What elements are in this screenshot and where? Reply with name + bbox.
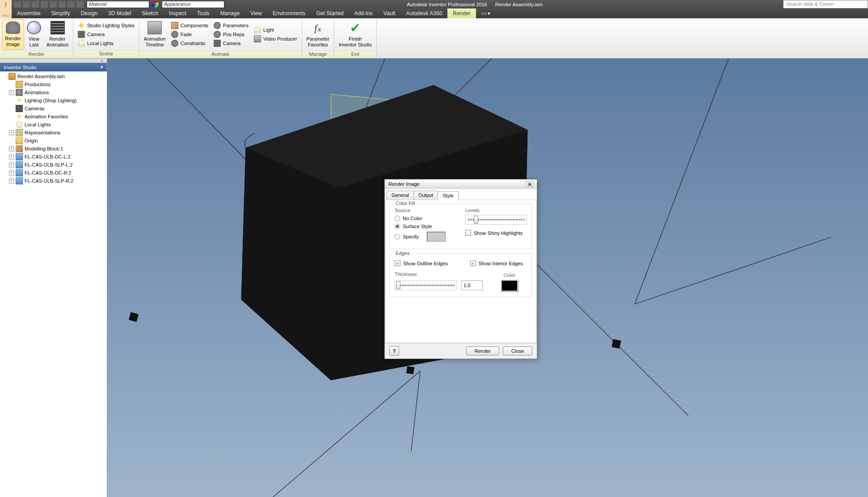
menu-assemble[interactable]: Assemble xyxy=(12,8,46,18)
menu-video-icon[interactable]: ▭ ▾ xyxy=(476,8,496,18)
qat-home-icon[interactable] xyxy=(58,1,66,8)
slider-thumb[interactable] xyxy=(396,281,400,289)
menu-inspect[interactable]: Inspect xyxy=(164,8,192,18)
anim-constraints[interactable]: Constraints xyxy=(171,40,208,47)
anim-light[interactable]: Light xyxy=(254,26,297,33)
tree-item[interactable]: +FL-CAS-ULB-SLP-L:2 xyxy=(0,161,107,169)
tree-item[interactable]: ✦Lighting (Shop Lighting) xyxy=(0,96,107,104)
panel-close-icon[interactable]: × xyxy=(101,58,105,63)
dialog-close-icon[interactable]: ▣ xyxy=(526,181,533,187)
menu-environments[interactable]: Environments xyxy=(267,8,311,18)
interior-edges-checkbox[interactable]: ✓ Show Interior Edges xyxy=(470,260,523,266)
qat-open-icon[interactable] xyxy=(22,1,30,8)
tree-item[interactable]: Local Lights xyxy=(0,121,107,129)
parameter-favorites-button[interactable]: fₓParameterFavorites xyxy=(304,19,332,50)
edge-color-swatch[interactable] xyxy=(501,280,518,292)
tree-item[interactable]: +FL-CAS-ULB-DC-R:2 xyxy=(0,169,107,177)
menu-autodesk-a360[interactable]: Autodesk A360 xyxy=(401,8,448,18)
radio-no-color[interactable]: No Color xyxy=(395,216,456,221)
specify-color-swatch[interactable] xyxy=(427,232,446,242)
tree-expand-icon[interactable]: + xyxy=(9,171,14,175)
shiny-highlights-checkbox[interactable]: Show Shiny Highlights xyxy=(465,230,527,236)
menu-design[interactable]: Design xyxy=(76,8,103,18)
tree-item[interactable]: +FL-CAS-ULB-DC-L:2 xyxy=(0,153,107,161)
menu-sketch[interactable]: Sketch xyxy=(136,8,164,18)
qat-undo-icon[interactable] xyxy=(40,1,48,8)
tree-item[interactable]: +Animations xyxy=(0,88,107,96)
tree-expand-icon[interactable]: + xyxy=(9,155,14,159)
camera[interactable]: Camera xyxy=(78,31,135,38)
finish-inventor-studio-button[interactable]: ✔FinishInventor Studio xyxy=(336,19,375,50)
tab-style[interactable]: Style xyxy=(438,191,458,200)
menu-add-ins[interactable]: Add-Ins xyxy=(349,8,378,18)
tree-expand-icon[interactable]: + xyxy=(9,179,14,184)
anim-components[interactable]: Components xyxy=(171,22,208,29)
button-label: RenderAnimation xyxy=(46,36,68,48)
menu-render[interactable]: Render xyxy=(447,8,476,18)
render-button[interactable]: Render xyxy=(466,347,499,355)
close-button[interactable]: Close xyxy=(503,347,532,355)
qat-icons xyxy=(13,0,84,8)
qat-save-icon[interactable] xyxy=(31,1,39,8)
tab-general[interactable]: General xyxy=(387,191,414,200)
colorfill-fieldset: Color Fill Source No Color Surface Style xyxy=(390,204,532,249)
tree-item[interactable]: +Modelling Block:1 xyxy=(0,145,107,153)
menu-view[interactable]: View xyxy=(245,8,267,18)
tree-item[interactable]: Cameras xyxy=(0,104,107,113)
thickness-slider[interactable] xyxy=(395,280,457,290)
view-last-button[interactable]: ViewLast xyxy=(24,19,44,50)
menu-simplify[interactable]: Simplify xyxy=(46,8,76,18)
search-help-input[interactable]: Search Help & Comm xyxy=(783,0,868,8)
render-animation-button[interactable]: RenderAnimation xyxy=(44,19,71,50)
tree-expand-icon[interactable]: + xyxy=(9,146,14,151)
outline-edges-checkbox[interactable]: ✓ Show Outline Edges xyxy=(395,260,448,266)
anim-camera[interactable]: Camera xyxy=(214,40,249,47)
dialog-footer: ? Render Close xyxy=(385,343,537,359)
tree-item[interactable]: Productions xyxy=(0,80,107,88)
qat-redo-icon[interactable] xyxy=(49,1,57,8)
radio-surface-style[interactable]: Surface Style xyxy=(395,224,456,229)
render-image-button[interactable]: RenderImage xyxy=(2,19,24,50)
anim-parameters[interactable]: Parameters xyxy=(214,22,249,29)
tree-item[interactable]: ★Animation Favorites xyxy=(0,113,107,121)
menu-3d-model[interactable]: 3D Model xyxy=(103,8,136,18)
tab-output[interactable]: Output xyxy=(413,191,438,200)
menu-manage[interactable]: Manage xyxy=(215,8,245,18)
thickness-input[interactable] xyxy=(461,280,483,290)
local-lights[interactable]: Local Lights xyxy=(78,40,135,47)
menu-vault[interactable]: Vault xyxy=(378,8,400,18)
tree-expand-icon[interactable]: + xyxy=(9,130,14,135)
menu-tools[interactable]: Tools xyxy=(192,8,215,18)
tree-item[interactable]: +FL-CAS-ULB-SLP-R:2 xyxy=(0,177,107,185)
tree-item[interactable]: Origin xyxy=(0,137,107,145)
anim-posreps[interactable]: Pos Reps xyxy=(214,31,249,38)
radio-label: No Color xyxy=(403,216,422,221)
animation-timeline-button[interactable]: AnimationTimeline xyxy=(141,19,169,50)
menu-get-started[interactable]: Get Started xyxy=(311,8,349,18)
dialog-titlebar[interactable]: Render Image ▣ xyxy=(385,180,537,189)
radio-specify[interactable]: Specify xyxy=(395,232,456,242)
qat-new-icon[interactable] xyxy=(13,1,21,8)
viewport-3d[interactable]: Render Image ▣ GeneralOutputStyle Color … xyxy=(107,58,868,497)
qat-select-icon[interactable] xyxy=(76,1,84,8)
anim-video-producer[interactable]: Video Producer xyxy=(254,35,297,42)
qat-update-icon[interactable] xyxy=(67,1,75,8)
slider-thumb[interactable] xyxy=(474,216,478,224)
tree-item[interactable]: Render Assembly.iam xyxy=(0,72,107,80)
color-picker-icon[interactable] xyxy=(152,1,159,8)
studio-lighting-styles[interactable]: Studio Lighting Styles xyxy=(78,22,135,29)
tree-expand-icon[interactable]: + xyxy=(9,90,14,95)
panel-title[interactable]: Inventor Studio ▾ xyxy=(0,63,107,71)
app-logo[interactable]: I xyxy=(0,0,12,8)
tree-expand-icon[interactable]: + xyxy=(9,163,14,167)
anim-fade[interactable]: Fade xyxy=(171,31,208,38)
browser-tree[interactable]: Render Assembly.iamProductions+Animation… xyxy=(0,71,107,497)
panel-chevron-down-icon[interactable]: ▾ xyxy=(101,64,103,70)
appearance-dropdown[interactable]: Appearance xyxy=(162,1,224,8)
levels-slider[interactable] xyxy=(465,215,527,225)
material-dropdown[interactable]: Material xyxy=(87,1,149,8)
tree-item[interactable]: +Representations xyxy=(0,129,107,137)
tree-node-icon xyxy=(16,105,23,112)
edge-color-heading: Color xyxy=(492,272,527,278)
help-icon[interactable]: ? xyxy=(389,346,399,356)
